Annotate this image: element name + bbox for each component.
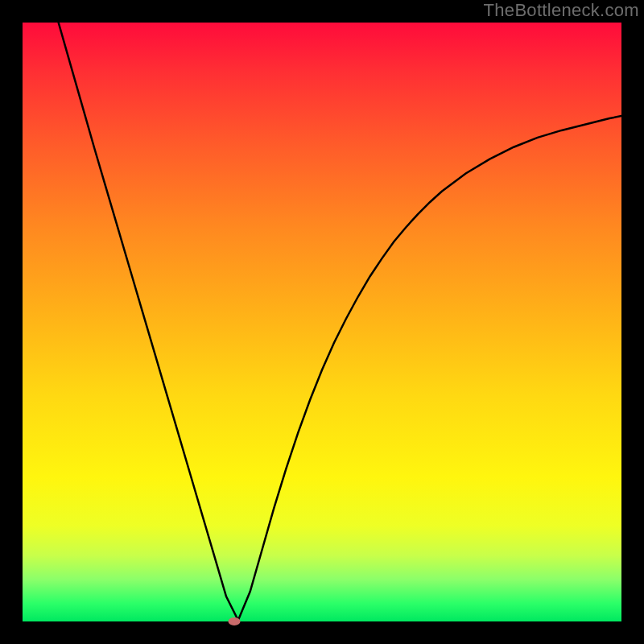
curve-path — [59, 23, 621, 621]
minimum-marker — [228, 617, 240, 625]
watermark-text: TheBottleneck.com — [484, 0, 639, 21]
chart-curve-svg — [23, 23, 621, 621]
chart-frame — [23, 23, 621, 621]
